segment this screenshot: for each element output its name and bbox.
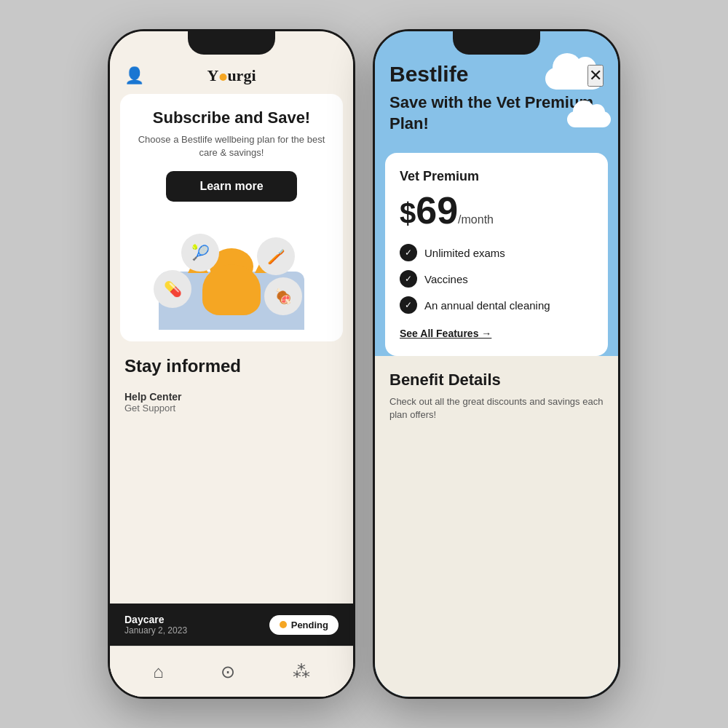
benefit-details-section: Benefit Details Check out all the great … — [375, 356, 618, 697]
phone1-header: 👤 Yurgi — [110, 60, 353, 94]
user-icon[interactable]: 👤 — [124, 66, 144, 85]
notification-info: Daycare January 2, 2023 — [124, 614, 187, 636]
see-all-features-link[interactable]: See All Features → — [400, 328, 491, 339]
banner-subtitle: Choose a Bestlife wellbeing plan for the… — [132, 133, 331, 159]
pending-badge: Pending — [269, 615, 339, 635]
notch-2 — [453, 31, 540, 55]
notification-bar: Daycare January 2, 2023 Pending — [110, 604, 353, 646]
price-period: /month — [458, 213, 494, 226]
phone-2: ✕ Bestlife Save with the Vet Premium Pla… — [373, 29, 620, 699]
feature-dental-label: An annual dental cleaning — [424, 299, 550, 312]
notch-1 — [188, 31, 275, 55]
fox-body — [202, 264, 261, 315]
plan-card: Vet Premium $69/month ✓ Unlimited exams … — [385, 153, 608, 356]
help-center-subtitle: Get Support — [124, 403, 339, 414]
feature-item-dental: ✓ An annual dental cleaning — [400, 296, 593, 314]
app-title: Yurgi — [207, 66, 256, 85]
bottom-nav: ⌂ ⊙ ⁂ — [110, 646, 353, 697]
notification-title: Daycare — [124, 614, 187, 625]
benefit-title: Benefit Details — [389, 371, 604, 389]
circle-item-food: 🍖 — [264, 277, 302, 315]
nav-pets-icon[interactable]: ⁂ — [293, 662, 310, 682]
feature-item-exams: ✓ Unlimited exams — [400, 244, 593, 261]
stay-informed-title: Stay informed — [124, 356, 339, 376]
check-icon-vaccines: ✓ — [400, 270, 417, 288]
phone2-content: ✕ Bestlife Save with the Vet Premium Pla… — [375, 31, 618, 697]
cloud-2 — [567, 111, 611, 127]
help-center-title: Help Center — [124, 391, 339, 403]
price-value: 69 — [416, 189, 458, 232]
banner-illustration: 💊 🎾 🍖 🪥 — [132, 213, 331, 330]
learn-more-button[interactable]: Learn more — [166, 171, 297, 202]
feature-vaccines-label: Vaccines — [424, 273, 468, 285]
plan-name: Vet Premium — [400, 169, 593, 184]
help-center-link[interactable]: Help Center Get Support — [124, 391, 339, 414]
circle-item-brush: 🪥 — [257, 237, 295, 275]
nav-home-icon[interactable]: ⌂ — [153, 662, 164, 682]
benefit-subtitle: Check out all the great discounts and sa… — [389, 395, 604, 422]
nav-search-icon[interactable]: ⊙ — [221, 662, 235, 682]
feature-item-vaccines: ✓ Vaccines — [400, 270, 593, 288]
pending-dot — [280, 621, 287, 628]
phone1-content: 👤 Yurgi Subscribe and Save! Choose a Bes… — [110, 31, 353, 697]
close-button[interactable]: ✕ — [587, 65, 604, 87]
check-icon-exams: ✓ — [400, 244, 417, 261]
banner-title: Subscribe and Save! — [132, 108, 331, 127]
phone-1: 👤 Yurgi Subscribe and Save! Choose a Bes… — [108, 29, 355, 699]
plan-price: $69/month — [400, 191, 593, 229]
plan-features-list: ✓ Unlimited exams ✓ Vaccines ✓ An annual… — [400, 244, 593, 314]
pending-label: Pending — [291, 620, 328, 630]
price-currency: $ — [400, 197, 416, 229]
promo-banner: Subscribe and Save! Choose a Bestlife we… — [120, 94, 343, 341]
notification-date: January 2, 2023 — [124, 625, 187, 636]
circle-item-ball: 🎾 — [181, 234, 219, 272]
circle-item-medicine: 💊 — [154, 270, 191, 308]
feature-exams-label: Unlimited exams — [424, 247, 505, 259]
check-icon-dental: ✓ — [400, 296, 417, 314]
